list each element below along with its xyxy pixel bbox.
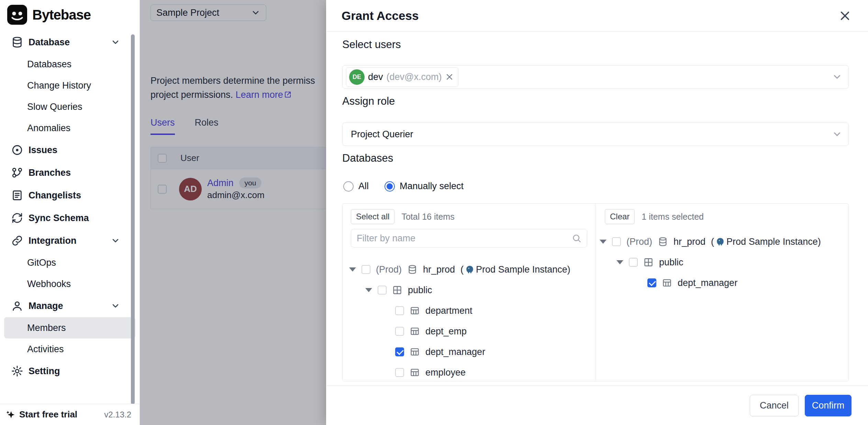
sidebar-item-changelists[interactable]: Changelists (0, 184, 140, 207)
grant-access-modal: Grant Access Select users DE dev (dev@x.… (326, 0, 868, 425)
postgres-icon (465, 265, 475, 274)
checkbox-checked[interactable] (395, 347, 404, 356)
checkbox[interactable] (361, 265, 370, 274)
role-select-value: Project Querier (351, 129, 413, 140)
filter-input[interactable] (357, 233, 572, 244)
checkbox[interactable] (395, 368, 404, 377)
radio-circle[interactable] (385, 181, 395, 192)
database-icon (658, 237, 668, 247)
sidebar-item-label: Members (27, 323, 66, 333)
select-users-input[interactable]: DE dev (dev@x.com) (342, 65, 849, 89)
databases-label: Databases (342, 152, 393, 164)
sidebar-item-label: Setting (29, 366, 60, 377)
env-label: (Prod) (626, 237, 652, 247)
checkbox[interactable] (378, 286, 387, 295)
radio-circle[interactable] (343, 181, 354, 192)
sidebar-item-issues[interactable]: Issues (0, 139, 140, 161)
avatar: DE (349, 69, 365, 85)
sidebar-item-change-history[interactable]: Change History (0, 75, 140, 96)
table-icon (662, 278, 672, 288)
caret-down-icon[interactable] (616, 260, 623, 264)
clear-button[interactable]: Clear (605, 209, 635, 224)
instance-label: (Prod Sample Instance) (460, 264, 570, 275)
radio-manually-select[interactable]: Manually select (385, 181, 464, 192)
node-label: hr_prod (423, 264, 455, 275)
sidebar-item-databases[interactable]: Databases (0, 54, 140, 75)
table-icon (410, 326, 420, 336)
tree-row-schema[interactable]: public (343, 280, 596, 300)
integration-icon (11, 234, 23, 247)
cancel-button[interactable]: Cancel (750, 395, 799, 416)
git-branch-icon (11, 166, 23, 179)
checkbox[interactable] (629, 258, 638, 267)
select-all-button[interactable]: Select all (351, 209, 394, 224)
chip-user-email: (dev@x.com) (387, 72, 442, 82)
table-icon (410, 347, 420, 357)
chevron-down-icon (832, 129, 842, 139)
tree-row-schema[interactable]: public (596, 252, 848, 273)
radio-all[interactable]: All (343, 181, 369, 192)
sidebar-item-setting[interactable]: Setting (0, 360, 140, 382)
chevron-down-icon (111, 37, 120, 47)
tree-row-table[interactable]: dept_manager (596, 273, 848, 293)
node-label: hr_prod (674, 237, 705, 247)
sidebar-item-label: Branches (29, 168, 71, 178)
checkbox-checked[interactable] (647, 278, 656, 287)
sidebar-item-manage[interactable]: Manage (0, 295, 140, 317)
sidebar-item-members[interactable]: Members (4, 317, 135, 338)
tree-row-database[interactable]: (Prod) hr_prod (Prod Sample Instance) (596, 231, 848, 252)
tree-row-table[interactable]: employee (343, 362, 596, 381)
role-select[interactable]: Project Querier (342, 123, 849, 146)
caret-down-icon[interactable] (365, 288, 372, 292)
tree-row-database[interactable]: (Prod) hr_prod (Prod Sample Instance) (343, 259, 596, 280)
sidebar-item-activities[interactable]: Activities (0, 338, 140, 360)
sidebar-item-anomalies[interactable]: Anomalies (0, 117, 140, 139)
selected-pane: Clear 1 items selected (Prod) hr_prod (P… (596, 204, 848, 381)
modal-footer: Cancel Confirm (326, 386, 868, 425)
instance-label: (Prod Sample Instance) (711, 237, 821, 247)
selected-user-chip: DE dev (dev@x.com) (346, 67, 458, 87)
radio-all-label: All (358, 181, 369, 192)
changelist-icon (11, 189, 23, 202)
sync-icon (11, 212, 23, 224)
checkbox[interactable] (395, 327, 404, 336)
remove-user-icon[interactable] (445, 72, 454, 81)
app-logo[interactable]: Bytebase (0, 0, 140, 29)
chevron-down-icon (832, 72, 842, 82)
sidebar-nav: Database Databases Change History Slow Q… (0, 29, 140, 382)
caret-down-icon[interactable] (349, 267, 356, 272)
sidebar-item-gitops[interactable]: GitOps (0, 252, 140, 273)
total-items-label: Total 16 items (401, 212, 454, 222)
sidebar-item-database[interactable]: Database (0, 31, 140, 54)
env-label: (Prod) (376, 264, 402, 275)
sidebar-scrollbar[interactable] (131, 34, 135, 404)
database-icon (407, 264, 418, 275)
sidebar-item-integration[interactable]: Integration (0, 229, 140, 252)
chevron-down-icon (111, 236, 120, 245)
start-free-trial-button[interactable]: Start free trial (5, 409, 77, 420)
close-icon[interactable] (838, 9, 852, 22)
confirm-button[interactable]: Confirm (805, 395, 852, 416)
gear-icon (11, 365, 23, 377)
sidebar-item-label: Change History (27, 80, 91, 91)
sidebar-item-webhooks[interactable]: Webhooks (0, 273, 140, 295)
app-title: Bytebase (32, 7, 91, 23)
tree-row-table[interactable]: department (343, 300, 596, 321)
sidebar-footer: Start free trial v2.13.2 (0, 404, 140, 425)
sidebar-item-label: Integration (29, 236, 77, 246)
sidebar-item-label: Sync Schema (29, 213, 89, 223)
tree-row-table[interactable]: dept_emp (343, 321, 596, 342)
checkbox[interactable] (612, 237, 621, 246)
database-icon (11, 36, 23, 48)
chevron-down-icon (111, 301, 120, 311)
table-icon (410, 306, 420, 316)
sidebar-item-sync-schema[interactable]: Sync Schema (0, 207, 140, 229)
database-scope-radios: All Manually select (343, 181, 464, 192)
sidebar-item-branches[interactable]: Branches (0, 161, 140, 184)
caret-down-icon[interactable] (600, 240, 607, 244)
sidebar-item-label: GitOps (27, 257, 56, 268)
sidebar-item-slow-queries[interactable]: Slow Queries (0, 96, 140, 117)
checkbox[interactable] (395, 306, 404, 315)
node-label: public (408, 285, 432, 296)
tree-row-table[interactable]: dept_manager (343, 342, 596, 362)
